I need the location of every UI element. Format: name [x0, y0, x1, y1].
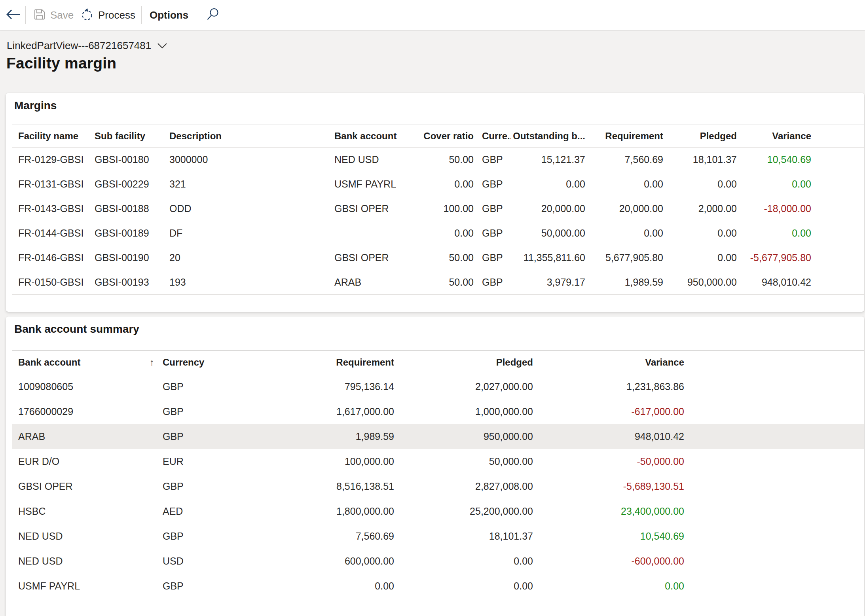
- pledged-cell: 1,000,000.00: [394, 399, 533, 424]
- currency-cell: GBP: [474, 246, 511, 270]
- column-header-outstanding-balance[interactable]: Outstanding b...: [511, 125, 585, 148]
- dashed-refresh-circle-icon: [80, 8, 94, 23]
- bank-summary-table-row[interactable]: EUR D/O EUR 100,000.00 50,000.00 -50,000…: [12, 449, 864, 474]
- bank-account-cell: HSBC: [12, 499, 157, 524]
- description-cell: DF: [163, 221, 328, 246]
- sub-facility-cell: GBSI-00188: [89, 197, 163, 221]
- column-header-cover-ratio[interactable]: Cover ratio: [420, 125, 474, 148]
- bank-summary-table-row[interactable]: GBSI OPER GBP 8,516,138.51 2,827,008.00 …: [12, 474, 864, 499]
- requirement-cell: 100,000.00: [222, 449, 394, 474]
- pledged-cell: 0.00: [663, 221, 737, 246]
- margins-table-row[interactable]: FR-0150-GBSI GBSI-00193 193 ARAB 50.00 G…: [12, 270, 864, 295]
- requirement-cell: 0.00: [222, 574, 394, 599]
- bank-account-summary-card: Bank account summary Bank account ↑ Curr…: [6, 317, 864, 616]
- view-selector[interactable]: LinkedPartView---68721657481: [7, 40, 167, 52]
- sub-facility-cell: GBSI-00193: [89, 270, 163, 295]
- sort-ascending-arrow-icon: ↑: [150, 357, 154, 368]
- requirement-cell: 795,136.14: [222, 374, 394, 399]
- variance-cell: 948,010.42: [737, 270, 811, 295]
- facility-name-cell: FR-0129-GBSI: [12, 148, 89, 172]
- description-cell: 193: [163, 270, 328, 295]
- bank-account-cell: NED USD: [12, 524, 157, 549]
- requirement-cell: 1,800,000.00: [222, 499, 394, 524]
- column-header-variance[interactable]: Variance: [533, 351, 684, 374]
- cover-ratio-cell: 0.00: [420, 221, 474, 246]
- column-header-requirement[interactable]: Requirement: [585, 125, 663, 148]
- options-menu-button[interactable]: Options: [150, 9, 188, 21]
- bank-summary-grid: Bank account ↑ Currency Requirement Pled…: [12, 350, 864, 616]
- requirement-cell: 1,989.59: [585, 270, 663, 295]
- pledged-cell: 0.00: [663, 246, 737, 270]
- bank-account-cell: GBSI OPER: [328, 246, 420, 270]
- outstanding-balance-cell: 3,979.17: [511, 270, 585, 295]
- cover-ratio-cell: 50.00: [420, 270, 474, 295]
- column-header-sub-facility[interactable]: Sub facility: [89, 125, 163, 148]
- bank-summary-table-row[interactable]: NED USD GBP 7,560.69 18,101.37 10,540.69: [12, 524, 864, 549]
- currency-cell: GBP: [157, 474, 222, 499]
- requirement-cell: 1,989.59: [222, 424, 394, 449]
- variance-cell: -50,000.00: [533, 449, 684, 474]
- column-header-facility-name[interactable]: Facility name: [12, 125, 89, 148]
- cover-ratio-cell: 50.00: [420, 148, 474, 172]
- column-header-bank-account[interactable]: Bank account ↑: [12, 351, 157, 374]
- variance-cell: 0.00: [533, 574, 684, 599]
- column-header-description[interactable]: Description: [163, 125, 328, 148]
- description-cell: 20: [163, 246, 328, 270]
- margins-table-row[interactable]: FR-0131-GBSI GBSI-00229 321 USMF PAYRL 0…: [12, 172, 864, 197]
- variance-cell: 0.00: [737, 221, 811, 246]
- currency-cell: GBP: [157, 374, 222, 399]
- column-header-variance[interactable]: Variance: [737, 125, 811, 148]
- bank-summary-table-row[interactable]: HSBC AED 1,800,000.00 25,200,000.00 23,4…: [12, 499, 864, 524]
- column-header-currency[interactable]: Currency: [157, 351, 222, 374]
- page-title: Facility margin: [6, 55, 116, 72]
- column-header-pledged[interactable]: Pledged: [663, 125, 737, 148]
- bank-account-cell: 1766000029: [12, 399, 157, 424]
- currency-cell: AED: [157, 499, 222, 524]
- bank-summary-table-row[interactable]: NED USD USD 600,000.00 0.00 -600,000.00: [12, 549, 864, 574]
- facility-name-cell: FR-0131-GBSI: [12, 172, 89, 197]
- column-header-currency[interactable]: Curre...: [474, 125, 511, 148]
- column-header-requirement[interactable]: Requirement: [222, 351, 394, 374]
- bank-summary-header-row: Bank account ↑ Currency Requirement Pled…: [12, 351, 864, 374]
- column-header-pledged[interactable]: Pledged: [394, 351, 533, 374]
- facility-name-cell: FR-0146-GBSI: [12, 246, 89, 270]
- outstanding-balance-cell: 20,000.00: [511, 197, 585, 221]
- margins-card: Margins Facility name Sub facility Descr…: [6, 93, 864, 312]
- currency-cell: GBP: [474, 197, 511, 221]
- margins-table-row[interactable]: FR-0143-GBSI GBSI-00188 ODD GBSI OPER 10…: [12, 197, 864, 221]
- currency-cell: GBP: [157, 574, 222, 599]
- process-button-label: Process: [98, 9, 135, 21]
- pledged-cell: 0.00: [394, 574, 533, 599]
- facility-margin-page: { "toolbar": { "back_icon": "arrow-left-…: [0, 0, 865, 616]
- bank-summary-table-row[interactable]: 1009080605 GBP 795,136.14 2,027,000.00 1…: [12, 374, 864, 399]
- pledged-cell: 0.00: [663, 172, 737, 197]
- process-button[interactable]: Process: [80, 8, 135, 23]
- search-button[interactable]: [206, 8, 220, 23]
- outstanding-balance-cell: 0.00: [511, 172, 585, 197]
- pledged-cell: 950,000.00: [663, 270, 737, 295]
- margins-table-row[interactable]: FR-0129-GBSI GBSI-00180 3000000 NED USD …: [12, 148, 864, 172]
- column-header-bank-account[interactable]: Bank account: [328, 125, 420, 148]
- variance-cell: 0.00: [737, 172, 811, 197]
- bank-account-cell: NED USD: [12, 549, 157, 574]
- margins-table-row[interactable]: FR-0146-GBSI GBSI-00190 20 GBSI OPER 50.…: [12, 246, 864, 270]
- bank-summary-table-row[interactable]: USMF PAYRL GBP 0.00 0.00 0.00: [12, 574, 864, 599]
- bank-summary-table-row[interactable]: ARAB GBP 1,989.59 950,000.00 948,010.42: [12, 424, 864, 449]
- back-button[interactable]: [6, 9, 21, 21]
- outstanding-balance-cell: 50,000.00: [511, 221, 585, 246]
- variance-cell: -18,000.00: [737, 197, 811, 221]
- requirement-cell: 7,560.69: [222, 524, 394, 549]
- save-button[interactable]: Save: [33, 8, 74, 22]
- toolbar-divider: [25, 6, 26, 24]
- bank-account-cell: USMF PAYRL: [12, 574, 157, 599]
- pledged-cell: 950,000.00: [394, 424, 533, 449]
- sub-facility-cell: GBSI-00190: [89, 246, 163, 270]
- currency-cell: GBP: [474, 221, 511, 246]
- currency-cell: GBP: [474, 172, 511, 197]
- margins-table-row[interactable]: FR-0144-GBSI GBSI-00189 DF 0.00 GBP 50,0…: [12, 221, 864, 246]
- requirement-cell: 5,677,905.80: [585, 246, 663, 270]
- currency-cell: USD: [157, 549, 222, 574]
- bank-summary-table-row[interactable]: 1766000029 GBP 1,617,000.00 1,000,000.00…: [12, 399, 864, 424]
- pledged-cell: 18,101.37: [394, 524, 533, 549]
- requirement-cell: 0.00: [585, 221, 663, 246]
